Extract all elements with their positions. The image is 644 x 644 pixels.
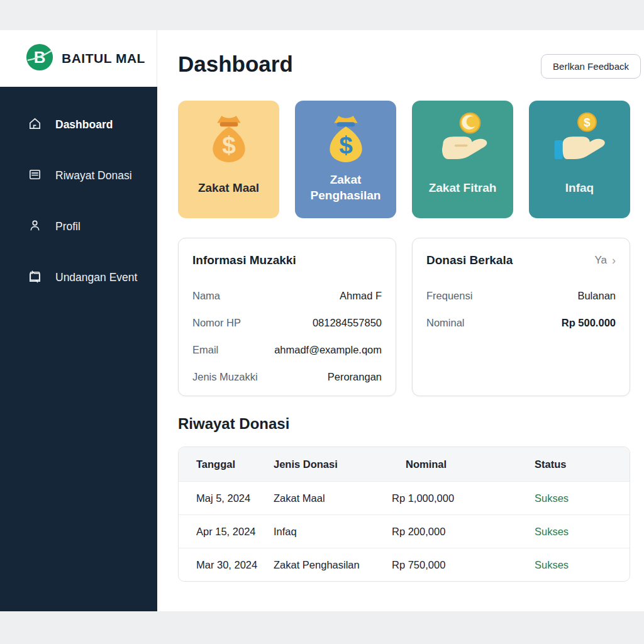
status-badge: Sukses	[535, 559, 630, 571]
sidebar: Dashboard Riwayat Donasi Profil	[0, 87, 157, 611]
card-label: Zakat Maal	[180, 168, 277, 208]
cell-nominal: Rp 750,000	[392, 559, 535, 571]
card-label: Infaq	[531, 168, 628, 208]
berkala-toggle-value: Ya	[594, 254, 607, 267]
app-window: B BAITUL MAL Dashboard Riwayat Donasi	[0, 30, 644, 611]
berkala-row-frequensi: Frequensi Bulanan	[426, 282, 616, 309]
donasi-berkala-card: Donasi Berkala Ya › Frequensi Bulanan No…	[412, 238, 630, 396]
cell-tanggal: Mar 30, 2024	[179, 559, 274, 571]
field-value: Perorangan	[328, 371, 382, 383]
col-header-nominal: Nominal	[392, 458, 535, 470]
svg-text:$: $	[584, 116, 591, 129]
table-row: Apr 15, 2024 Infaq Rp 200,000 Sukses	[179, 514, 630, 548]
berkala-card-title: Donasi Berkala	[426, 253, 513, 267]
field-label: Nominal	[426, 317, 465, 329]
card-infaq[interactable]: $ Infaq	[529, 101, 630, 218]
field-label: Frequensi	[426, 290, 472, 302]
field-value: Ahmad F	[340, 290, 382, 302]
cell-tanggal: Apr 15, 2024	[179, 526, 274, 538]
history-section-title: Riwayat Donasi	[178, 415, 289, 433]
cell-jenis: Infaq	[274, 526, 392, 538]
main-content: Dashboard Berlkan Feedback $ Zakat Maal	[157, 30, 644, 611]
chevron-right-icon: ›	[612, 254, 616, 267]
card-zakat-penghasilan[interactable]: $ Zakat Penghasilan	[295, 101, 396, 218]
user-icon	[28, 218, 42, 236]
feedback-button[interactable]: Berlkan Feedback	[541, 54, 641, 79]
card-label: Zakat Fitrah	[414, 168, 511, 208]
berkala-toggle-link[interactable]: Ya ›	[594, 254, 616, 267]
hand-dollar-icon: $	[529, 109, 630, 167]
status-badge: Sukses	[535, 526, 630, 538]
sidebar-label-dashboard: Dashboard	[55, 118, 113, 131]
table-row: Maj 5, 2024 Zakat Maal Rp 1,000,000 Suks…	[179, 481, 630, 514]
muzakki-row-nomor-hp: Nomor HP 081284557850	[192, 309, 382, 336]
muzakki-row-nama: Nama Ahmad F	[192, 282, 382, 309]
muzakki-row-jenis: Jenis Muzakki Perorangan	[192, 364, 382, 391]
brand-name: BAITUL MAL	[62, 51, 145, 66]
sidebar-label-profil: Profil	[55, 220, 80, 233]
card-label: Zakat Penghasilan	[297, 168, 394, 208]
money-bag-icon: $	[178, 109, 279, 167]
muzakki-row-email: Email ahmadf@example.qom	[192, 336, 382, 364]
field-value: Rp 500.000	[562, 317, 616, 329]
cell-nominal: Rp 1,000,000	[392, 492, 535, 504]
cell-jenis: Zakat Penghasilan	[274, 559, 392, 571]
table-row: Mar 30, 2024 Zakat Penghasilan Rp 750,00…	[179, 548, 630, 581]
berkala-row-nominal: Nominal Rp 500.000	[426, 309, 616, 336]
page-title: Dashboard	[178, 52, 293, 77]
muzakki-info-card: Informasi Muzakki Nama Ahmad F Nomor HP …	[178, 238, 396, 396]
brand-header: B BAITUL MAL	[0, 30, 157, 87]
donation-history-table: Tanggal Jenis Donasi Nominal Status Maj …	[178, 447, 630, 582]
home-icon	[28, 116, 42, 134]
list-icon	[28, 167, 42, 185]
status-badge: Sukses	[535, 492, 630, 504]
muzakki-card-title: Informasi Muzakki	[192, 253, 296, 267]
field-value: Bulanan	[577, 290, 616, 302]
field-label: Email	[192, 344, 218, 356]
col-header-status: Status	[535, 458, 630, 470]
sidebar-label-riwayat-donasi: Riwayat Donasi	[55, 169, 132, 182]
cell-tanggal: Maj 5, 2024	[179, 492, 274, 504]
field-value: ahmadf@example.qom	[274, 344, 382, 356]
sidebar-item-riwayat-donasi[interactable]: Riwayat Donasi	[0, 150, 157, 201]
sidebar-item-dashboard[interactable]: Dashboard	[0, 99, 157, 150]
sidebar-item-profil[interactable]: Profil	[0, 201, 157, 252]
svg-text:$: $	[339, 131, 353, 158]
quick-actions: $ Zakat Maal $ Zakat Penghasilan	[178, 101, 630, 218]
info-cards: Informasi Muzakki Nama Ahmad F Nomor HP …	[178, 238, 630, 396]
cell-nominal: Rp 200,000	[392, 526, 535, 538]
col-header-tanggal: Tanggal	[179, 458, 274, 470]
field-label: Nomor HP	[192, 317, 241, 329]
money-bag-icon: $	[295, 109, 396, 167]
card-zakat-maal[interactable]: $ Zakat Maal	[178, 101, 279, 218]
field-label: Nama	[192, 290, 220, 302]
cell-jenis: Zakat Maal	[274, 492, 392, 504]
hand-coin-icon	[412, 109, 513, 167]
card-zakat-fitrah[interactable]: Zakat Fitrah	[412, 101, 513, 218]
brand-logo-icon: B	[25, 43, 54, 74]
table-header-row: Tanggal Jenis Donasi Nominal Status	[179, 447, 630, 481]
sidebar-item-undangan-event[interactable]: Undangan Event	[0, 252, 157, 303]
svg-text:$: $	[222, 131, 236, 158]
event-icon	[28, 269, 42, 287]
col-header-jenis: Jenis Donasi	[274, 458, 392, 470]
sidebar-label-undangan-event: Undangan Event	[55, 271, 137, 284]
field-value: 081284557850	[313, 317, 382, 329]
field-label: Jenis Muzakki	[192, 371, 258, 383]
